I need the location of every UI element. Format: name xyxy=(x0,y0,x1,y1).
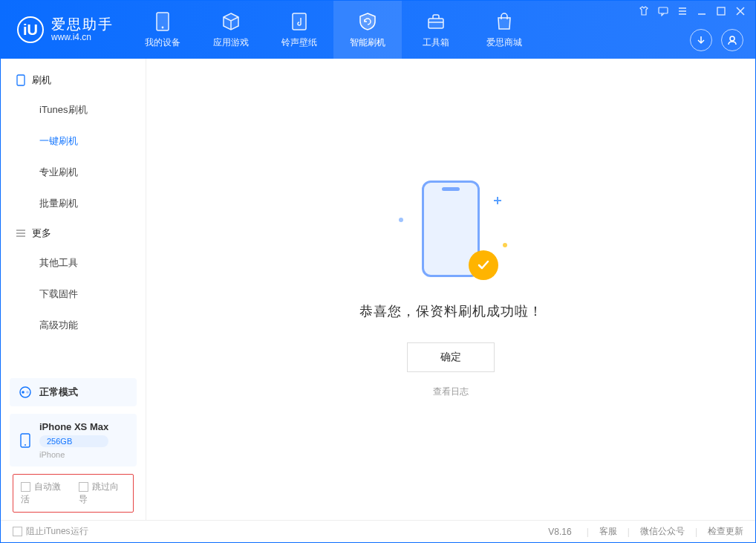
version-label: V8.16 xyxy=(548,527,571,537)
device-outline-icon xyxy=(16,75,26,85)
nav-my-device[interactable]: 我的设备 xyxy=(128,1,197,59)
device-icon xyxy=(19,434,32,447)
svg-point-12 xyxy=(25,444,26,446)
app-header: iU 爱思助手 www.i4.cn 我的设备 应用游戏 xyxy=(1,1,755,59)
svg-point-6 xyxy=(730,36,734,41)
svg-rect-3 xyxy=(428,19,443,28)
wechat-link[interactable]: 微信公众号 xyxy=(640,525,685,538)
divider: | xyxy=(628,527,630,537)
shopping-bag-icon xyxy=(494,11,515,32)
logo-icon: iU xyxy=(17,16,44,43)
sidebar-item-pro-flash[interactable]: 专业刷机 xyxy=(1,157,146,188)
app-url: www.i4.cn xyxy=(51,33,114,42)
svg-rect-7 xyxy=(17,75,25,85)
close-icon[interactable] xyxy=(734,5,746,17)
maximize-icon[interactable] xyxy=(715,5,727,17)
sparkle-icon xyxy=(494,197,501,204)
footer-left: 阻止iTunes运行 xyxy=(13,525,88,538)
app-body: 刷机 iTunes刷机 一键刷机 专业刷机 批量刷机 更多 其他工具 下载固件 … xyxy=(1,59,755,520)
success-illustration xyxy=(399,181,503,284)
divider: | xyxy=(587,527,589,537)
sidebar-item-batch-flash[interactable]: 批量刷机 xyxy=(1,188,146,219)
device-card[interactable]: iPhone XS Max 256GB iPhone xyxy=(10,414,137,466)
mode-card[interactable]: 正常模式 xyxy=(10,378,137,406)
mode-label: 正常模式 xyxy=(39,386,78,399)
success-check-icon xyxy=(469,250,498,280)
sidebar-item-oneclick-flash[interactable]: 一键刷机 xyxy=(1,126,146,157)
checkbox-stop-itunes[interactable]: 阻止iTunes运行 xyxy=(13,525,88,538)
sparkle-icon xyxy=(399,218,403,222)
svg-rect-4 xyxy=(659,7,668,13)
nav-apps-games-label: 应用游戏 xyxy=(213,36,249,49)
footer: 阻止iTunes运行 V8.16 | 客服 | 微信公众号 | 检查更新 xyxy=(1,520,755,542)
toolbox-icon xyxy=(426,11,446,32)
nav-ringtone-wallpaper-label: 铃声壁纸 xyxy=(281,36,317,49)
cube-icon xyxy=(221,11,241,32)
sidebar-group-more-label: 更多 xyxy=(32,227,51,240)
divider: | xyxy=(695,527,697,537)
header-action-circles xyxy=(690,29,743,51)
checkbox-icon xyxy=(13,527,22,536)
app-window: iU 爱思助手 www.i4.cn 我的设备 应用游戏 xyxy=(0,0,756,543)
user-circle-button[interactable] xyxy=(721,29,743,51)
sidebar-group-more: 更多 xyxy=(1,219,146,247)
mode-icon xyxy=(19,386,32,399)
device-name: iPhone XS Max xyxy=(39,421,108,432)
svg-point-1 xyxy=(162,26,164,28)
sidebar-group-flash: 刷机 xyxy=(1,66,146,94)
checkbox-auto-activate[interactable]: 自动激活 xyxy=(21,481,68,506)
sidebar-item-itunes-flash[interactable]: iTunes刷机 xyxy=(1,94,146,126)
ok-button[interactable]: 确定 xyxy=(407,342,495,372)
menu-icon[interactable] xyxy=(677,5,688,17)
nav-toolbox[interactable]: 工具箱 xyxy=(402,1,470,59)
sidebar-item-other-tools[interactable]: 其他工具 xyxy=(1,247,146,279)
device-type: iPhone xyxy=(39,450,108,459)
footer-right: V8.16 | 客服 | 微信公众号 | 检查更新 xyxy=(548,525,743,538)
tshirt-icon[interactable] xyxy=(638,5,650,17)
checkbox-skip-guide[interactable]: 跳过向导 xyxy=(79,481,126,506)
sidebar-scroll: 刷机 iTunes刷机 一键刷机 专业刷机 批量刷机 更多 其他工具 下载固件 … xyxy=(1,59,146,371)
svg-rect-5 xyxy=(717,7,725,15)
checkbox-stop-itunes-label: 阻止iTunes运行 xyxy=(26,526,88,536)
main-content: 恭喜您，保资料刷机成功啦！ 确定 查看日志 xyxy=(146,59,755,520)
nav-my-device-label: 我的设备 xyxy=(145,36,180,49)
view-log-link[interactable]: 查看日志 xyxy=(433,386,469,398)
app-title: 爱思助手 xyxy=(51,17,114,33)
top-nav: 我的设备 应用游戏 铃声壁纸 智能刷机 xyxy=(128,1,538,59)
logo-area: iU 爱思助手 www.i4.cn xyxy=(1,1,128,59)
nav-smart-flash-label: 智能刷机 xyxy=(350,36,385,49)
svg-point-8 xyxy=(20,387,30,397)
sidebar-bottom: 正常模式 iPhone XS Max 256GB iPhone 自动激活 跳过向… xyxy=(1,371,146,520)
success-message: 恭喜您，保资料刷机成功啦！ xyxy=(359,302,543,320)
window-controls xyxy=(638,5,746,17)
device-info-column: iPhone XS Max 256GB iPhone xyxy=(39,421,108,459)
minimize-icon[interactable] xyxy=(696,5,708,17)
music-file-icon xyxy=(289,11,310,32)
logo-text: 爱思助手 www.i4.cn xyxy=(51,17,114,42)
list-icon xyxy=(16,228,26,238)
download-circle-button[interactable] xyxy=(690,29,712,51)
check-update-link[interactable]: 检查更新 xyxy=(708,525,743,538)
sidebar: 刷机 iTunes刷机 一键刷机 专业刷机 批量刷机 更多 其他工具 下载固件 … xyxy=(1,59,146,520)
refresh-shield-icon xyxy=(357,11,378,32)
nav-apps-games[interactable]: 应用游戏 xyxy=(197,1,265,59)
phone-icon xyxy=(152,11,173,32)
checkbox-icon xyxy=(79,482,88,492)
svg-rect-2 xyxy=(293,13,306,30)
highlighted-options-row: 自动激活 跳过向导 xyxy=(13,474,134,513)
nav-store[interactable]: 爱思商城 xyxy=(470,1,538,59)
support-link[interactable]: 客服 xyxy=(599,525,617,538)
sparkle-icon xyxy=(503,243,507,247)
nav-store-label: 爱思商城 xyxy=(486,36,522,49)
svg-point-10 xyxy=(26,391,29,394)
sidebar-item-download-firmware[interactable]: 下载固件 xyxy=(1,279,146,310)
nav-toolbox-label: 工具箱 xyxy=(423,36,449,49)
sidebar-group-flash-label: 刷机 xyxy=(32,74,51,87)
svg-point-9 xyxy=(22,391,25,394)
nav-smart-flash[interactable]: 智能刷机 xyxy=(333,1,402,59)
sidebar-item-advanced[interactable]: 高级功能 xyxy=(1,310,146,341)
nav-ringtone-wallpaper[interactable]: 铃声壁纸 xyxy=(265,1,333,59)
checkbox-icon xyxy=(21,482,30,492)
feedback-icon[interactable] xyxy=(657,5,669,17)
device-capacity: 256GB xyxy=(39,435,108,447)
